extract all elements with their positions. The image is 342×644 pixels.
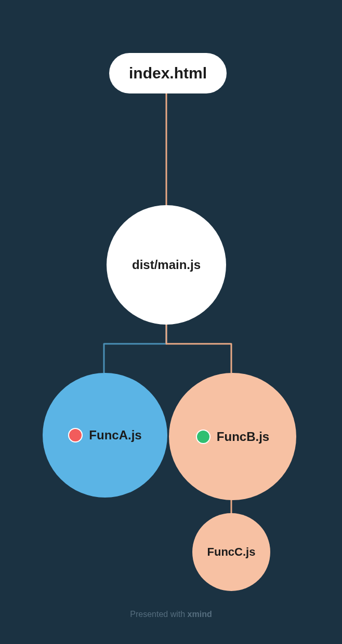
node-funcB[interactable]: FuncB.js — [169, 373, 296, 500]
edge-main-funcA — [104, 322, 166, 373]
marker-dot-red — [68, 428, 83, 442]
node-main-label: dist/main.js — [132, 258, 201, 272]
footer-brand: xmind — [188, 610, 212, 619]
node-funcA[interactable]: FuncA.js — [43, 373, 167, 498]
node-funcC[interactable]: FuncC.js — [192, 513, 270, 591]
node-funcA-inner: FuncA.js — [68, 428, 141, 442]
node-root[interactable]: index.html — [109, 53, 227, 93]
marker-dot-green — [196, 430, 211, 444]
node-funcC-label: FuncC.js — [207, 545, 256, 559]
edge-main-funcB — [166, 322, 231, 373]
node-funcB-label: FuncB.js — [217, 430, 269, 444]
diagram-canvas: index.html dist/main.js FuncA.js FuncB.j… — [0, 0, 342, 644]
node-root-label: index.html — [129, 64, 207, 82]
node-main[interactable]: dist/main.js — [107, 205, 226, 325]
footer-credit: Presented with xmind — [0, 610, 342, 619]
footer-prefix: Presented with — [130, 610, 187, 619]
node-funcB-inner: FuncB.js — [196, 430, 269, 444]
node-funcA-label: FuncA.js — [89, 428, 141, 442]
